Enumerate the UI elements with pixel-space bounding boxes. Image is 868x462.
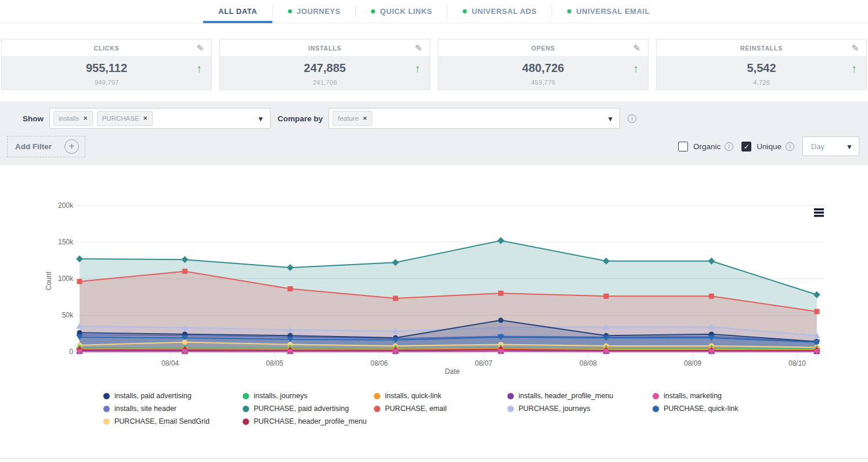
tab-universal-email[interactable]: UNIVERSAL EMAIL <box>552 0 664 23</box>
filter-chip-installs: installs ✕ <box>53 111 93 126</box>
hamburger-menu-icon <box>814 215 824 216</box>
legend-dot-icon <box>103 418 110 425</box>
card-body: 5,542 4,728 ↑ <box>657 57 866 89</box>
filter-panel: Show installs ✕ PURCHASE ✕ ▼ Compare by … <box>0 102 868 165</box>
legend-dot-icon <box>507 393 514 399</box>
legend-item-installs-marketing[interactable]: installs, marketing <box>653 391 868 401</box>
hamburger-menu-icon <box>814 208 824 210</box>
organic-label: Organic <box>693 142 721 151</box>
data-point-marker[interactable] <box>604 294 609 299</box>
legend-label: installs, journeys <box>254 392 307 400</box>
chip-label: feature <box>338 115 359 122</box>
interval-select[interactable]: Day ▼ <box>802 136 859 156</box>
edit-pencil-icon[interactable]: ✎ <box>633 43 640 53</box>
compare-by-label: Compare by <box>278 114 323 123</box>
metric-value: 247,885 <box>220 57 430 75</box>
metric-card-reinstalls: REINSTALLS ✎ 5,542 4,728 ↑ <box>656 39 867 90</box>
legend-item-installs-paid-advertising[interactable]: installs, paid advertising <box>103 391 243 401</box>
y-axis-tick-label: 100k <box>58 275 74 283</box>
x-axis-tick-label: 08/05 <box>266 359 283 367</box>
remove-chip-icon[interactable]: ✕ <box>143 116 148 121</box>
legend-label: PURCHASE, journeys <box>518 405 590 413</box>
legend-item-installs-journeys[interactable]: installs, journeys <box>243 391 374 401</box>
legend-item-purchase-email[interactable]: PURCHASE, email <box>374 403 507 414</box>
chevron-down-icon: ▼ <box>607 115 614 123</box>
legend-dot-icon <box>243 406 249 412</box>
data-point-marker[interactable] <box>182 340 188 345</box>
data-point-marker[interactable] <box>287 286 293 291</box>
legend-label: PURCHASE, quick-link <box>664 405 739 413</box>
metric-previous-value: 4,728 <box>657 79 866 86</box>
data-point-marker[interactable] <box>498 317 503 323</box>
tab-label: ALL DATA <box>218 7 257 16</box>
chevron-down-icon: ▼ <box>257 115 264 123</box>
tab-quick-links[interactable]: QUICK LINKS <box>356 0 447 23</box>
edit-pencil-icon[interactable]: ✎ <box>851 43 859 53</box>
info-icon[interactable]: i <box>725 142 733 151</box>
page-bottom-border <box>0 458 868 459</box>
tab-all-data[interactable]: ALL DATA <box>203 0 272 23</box>
data-point-marker[interactable] <box>182 269 188 274</box>
legend-item-purchase-email-sendgrid[interactable]: PURCHASE, Email SendGrid <box>103 416 243 427</box>
legend-label: installs, site header <box>114 405 177 413</box>
data-point-marker[interactable] <box>709 294 714 299</box>
metric-previous-value: 241,708 <box>220 79 430 86</box>
chip-label: installs <box>59 115 79 122</box>
chart-legend: installs, paid advertisinginstalls, jour… <box>103 391 868 427</box>
y-axis-tick-label: 150k <box>58 238 74 246</box>
trend-up-arrow-icon: ↑ <box>852 63 858 75</box>
plus-icon: + <box>64 139 79 154</box>
add-filter-button[interactable]: Add Filter + <box>7 136 85 157</box>
tab-journeys[interactable]: JOURNEYS <box>273 0 356 23</box>
y-axis-title: Count <box>45 271 53 290</box>
legend-item-purchase-quick-link[interactable]: PURCHASE, quick-link <box>653 403 868 414</box>
legend-label: installs, quick-link <box>385 392 441 400</box>
metric-card-clicks: CLICKS ✎ 955,112 949,797 ↑ <box>1 39 212 90</box>
edit-pencil-icon[interactable]: ✎ <box>196 43 204 53</box>
trend-up-arrow-icon: ↑ <box>197 63 203 75</box>
metric-previous-value: 459,776 <box>438 79 648 86</box>
legend-item-purchase-journeys[interactable]: PURCHASE, journeys <box>507 403 653 414</box>
data-point-marker[interactable] <box>814 309 819 314</box>
card-header: OPENS ✎ <box>438 39 648 57</box>
unique-checkbox[interactable]: ✓ <box>741 142 751 151</box>
legend-item-installs-quick-link[interactable]: installs, quick-link <box>374 391 507 401</box>
legend-label: installs, header_profile_menu <box>518 392 613 400</box>
legend-label: PURCHASE, header_profile_menu <box>254 417 367 425</box>
legend-dot-icon <box>103 393 110 399</box>
tab-label: UNIVERSAL ADS <box>471 7 536 16</box>
legend-item-installs-site-header[interactable]: installs, site header <box>103 403 243 414</box>
organic-checkbox[interactable] <box>678 142 688 151</box>
legend-item-purchase-paid-advertising[interactable]: PURCHASE, paid advertising <box>243 403 374 414</box>
interval-value: Day <box>811 142 824 151</box>
legend-item-purchase-header-profile-menu[interactable]: PURCHASE, header_profile_menu <box>243 416 374 427</box>
data-point-marker[interactable] <box>498 291 503 296</box>
legend-item-installs-header-profile-menu[interactable]: installs, header_profile_menu <box>507 391 653 401</box>
data-point-marker[interactable] <box>77 279 82 284</box>
x-axis-tick-label: 08/10 <box>788 359 806 367</box>
legend-label: installs, paid advertising <box>114 392 192 400</box>
tab-label: UNIVERSAL EMAIL <box>576 7 649 16</box>
tab-label: QUICK LINKS <box>380 7 432 16</box>
info-icon[interactable]: i <box>786 142 794 151</box>
remove-chip-icon[interactable]: ✕ <box>363 116 368 121</box>
tab-universal-ads[interactable]: UNIVERSAL ADS <box>448 0 552 23</box>
chevron-down-icon: ▼ <box>846 143 853 151</box>
show-dropdown[interactable]: installs ✕ PURCHASE ✕ ▼ <box>49 108 271 129</box>
data-point-marker[interactable] <box>393 296 398 301</box>
metric-cards-row: CLICKS ✎ 955,112 949,797 ↑ INSTALLS ✎ 24… <box>1 39 867 90</box>
chart-context-menu-button[interactable] <box>814 208 824 217</box>
card-body: 247,885 241,708 ↑ <box>220 57 430 89</box>
legend-dot-icon <box>103 406 110 412</box>
x-axis-tick-label: 08/09 <box>684 359 701 367</box>
info-icon[interactable]: i <box>628 114 636 123</box>
remove-chip-icon[interactable]: ✕ <box>83 116 88 121</box>
metric-previous-value: 949,797 <box>2 79 211 86</box>
metric-title: INSTALLS <box>308 45 341 52</box>
trend-up-arrow-icon: ↑ <box>415 63 421 75</box>
dashboard-page: ALL DATA JOURNEYS QUICK LINKS UNIVERSAL … <box>0 0 868 462</box>
edit-pencil-icon[interactable]: ✎ <box>415 43 422 53</box>
status-dot-icon <box>288 9 292 13</box>
compare-by-dropdown[interactable]: feature ✕ ▼ <box>329 108 620 129</box>
trend-chart-container: 050k100k150k200k08/0408/0508/0608/0708/0… <box>0 194 868 427</box>
